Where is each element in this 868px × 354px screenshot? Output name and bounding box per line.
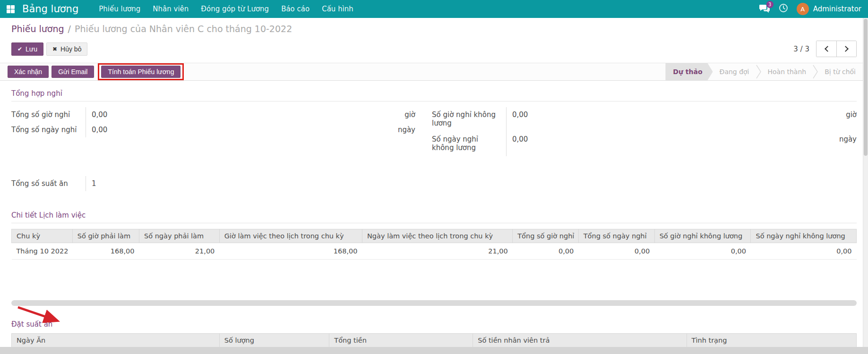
leave-summary-fields: Tổng số giờ nghỉ 0,00 giờ Tổng số ngày n… [11, 107, 857, 156]
field-value[interactable]: 0,00 [512, 135, 528, 143]
form-statusbar: Xác nhận Gửi Email Tính toán Phiếu lương… [0, 63, 868, 81]
table-header-row: Chu kỳ Số giờ phải làm Số ngày phải làm … [12, 229, 857, 243]
work-schedule-table: Chu kỳ Số giờ phải làm Số ngày phải làm … [11, 229, 857, 260]
menu-phieu-luong[interactable]: Phiếu lương [93, 0, 146, 18]
column-header[interactable]: Ngày Ăn [12, 334, 220, 347]
field-total-leave-hours: Tổng số giờ nghỉ 0,00 giờ [11, 107, 415, 122]
field-unit: giờ [404, 110, 415, 119]
breadcrumb: Phiếu lương / Phiếu lương của Nhân viên … [11, 24, 857, 34]
user-avatar: A [797, 3, 809, 15]
field-unpaid-leave-hours: Số giờ nghỉ không lương 0,00 giờ [432, 107, 857, 132]
save-label: Lưu [26, 45, 37, 53]
control-panel: Phiếu lương / Phiếu lương của Nhân viên … [0, 18, 868, 63]
column-header[interactable]: Tổng số giờ nghỉ [513, 229, 578, 243]
vertical-scrollbar-thumb[interactable] [864, 19, 868, 156]
pager-next-button[interactable] [836, 41, 856, 57]
compute-payslip-button[interactable]: Tính toán Phiếu lương [101, 66, 180, 78]
cell-scheduled-days: 21,00 [362, 243, 513, 260]
x-icon: ✖ [52, 46, 57, 52]
breadcrumb-parent-link[interactable]: Phiếu lương [11, 24, 64, 34]
confirm-button[interactable]: Xác nhận [8, 66, 49, 78]
bottom-strip [0, 347, 868, 354]
menu-bao-cao[interactable]: Báo cáo [275, 0, 316, 18]
pager: 3 / 3 [793, 41, 857, 57]
column-header[interactable]: Số ngày nghỉ không lương [751, 229, 857, 243]
table-header-row: Ngày Ăn Số lượng Tổng tiền Số tiền nhân … [12, 334, 857, 347]
send-email-button[interactable]: Gửi Email [52, 66, 94, 78]
field-value[interactable]: 1 [92, 179, 96, 188]
discard-label: Hủy bỏ [60, 45, 81, 53]
messages-button[interactable]: 3 [759, 4, 770, 14]
top-navbar: Bảng lương Phiếu lương Nhân viên Đóng gó… [0, 0, 868, 18]
section-title-leave-summary: Tổng hợp nghỉ [11, 89, 857, 101]
cell-days-due: 21,00 [139, 243, 219, 260]
cell-hours-due: 168,00 [72, 243, 139, 260]
column-header[interactable]: Chu kỳ [12, 229, 73, 243]
field-value[interactable]: 0,00 [92, 110, 107, 119]
apps-grid-square [11, 9, 15, 13]
field-label: Tổng số giờ nghỉ [11, 107, 86, 122]
apps-grid-icon[interactable] [7, 5, 15, 13]
control-panel-buttons: ✔ Lưu ✖ Hủy bỏ 3 / 3 [11, 41, 857, 63]
column-header[interactable]: Tình trạng [687, 334, 856, 347]
check-icon: ✔ [17, 46, 22, 52]
chat-bubbles-icon [759, 7, 770, 16]
column-header[interactable]: Tổng tiền [329, 334, 473, 347]
field-label: Số giờ nghỉ không lương [432, 107, 507, 132]
status-step-du-thao[interactable]: Dự thảo [665, 63, 713, 80]
column-header[interactable]: Số lượng [219, 334, 329, 347]
leave-summary-left-column: Tổng số giờ nghỉ 0,00 giờ Tổng số ngày n… [11, 107, 415, 156]
column-header[interactable]: Số tiền nhân viên trả [473, 334, 687, 347]
form-sheet: Tổng hợp nghỉ Tổng số giờ nghỉ 0,00 giờ … [0, 81, 868, 354]
field-unit: ngày [398, 126, 415, 134]
field-value[interactable]: 0,00 [512, 110, 528, 119]
cell-period: Tháng 10 2022 [12, 243, 73, 260]
vertical-scrollbar[interactable] [863, 18, 868, 354]
red-annotation-box: Tính toán Phiếu lương [98, 63, 184, 80]
user-name: Administrator [813, 5, 861, 13]
cell-total-leave-days: 0,00 [578, 243, 654, 260]
column-header[interactable]: Tổng số ngày nghỉ [578, 229, 654, 243]
column-header[interactable]: Số ngày phải làm [139, 229, 219, 243]
column-header[interactable]: Ngày làm việc theo lịch trong chu kỳ [362, 229, 513, 243]
apps-grid-square [7, 5, 10, 9]
activities-button[interactable] [779, 3, 788, 15]
field-unit: giờ [846, 110, 857, 119]
section-title-meal-orders: Đặt suất ăn [11, 320, 857, 329]
discard-button[interactable]: ✖ Hủy bỏ [46, 42, 87, 56]
status-pipeline: Dự thảo Đang đợi Hoàn thành Bị từ chối [665, 63, 868, 80]
app-window: Bảng lương Phiếu lương Nhân viên Đóng gó… [0, 0, 868, 354]
pager-count: 3 / 3 [793, 45, 809, 53]
breadcrumb-current: Phiếu lương của Nhân viên C cho tháng 10… [75, 24, 292, 34]
pager-previous-button[interactable] [816, 41, 836, 57]
column-header[interactable]: Số giờ phải làm [72, 229, 139, 243]
horizontal-scrollbar[interactable] [11, 300, 857, 306]
status-step-hoan-thanh[interactable]: Hoàn thành [761, 63, 813, 80]
table-row[interactable]: Tháng 10 2022 168,00 21,00 168,00 21,00 … [12, 243, 857, 260]
menu-nhan-vien[interactable]: Nhân viên [146, 0, 195, 18]
cell-scheduled-hours: 168,00 [219, 243, 362, 260]
cell-unpaid-leave-days: 0,00 [751, 243, 857, 260]
leave-summary-right-column: Số giờ nghỉ không lương 0,00 giờ Số ngày… [432, 107, 857, 156]
messages-badge: 3 [766, 1, 773, 8]
column-header[interactable]: Giờ làm việc theo lịch trong chu kỳ [219, 229, 362, 243]
user-menu[interactable]: A Administrator [797, 3, 861, 15]
column-header[interactable]: Số giờ nghỉ không lương [654, 229, 751, 243]
breadcrumb-separator: / [68, 24, 71, 34]
step-chevron-icon [756, 63, 761, 80]
status-step-bi-tu-choi[interactable]: Bị từ chối [818, 63, 862, 80]
save-button[interactable]: ✔ Lưu [11, 42, 43, 56]
pager-controls [816, 41, 857, 57]
app-title[interactable]: Bảng lương [22, 3, 78, 15]
field-label: Tổng số ngày nghỉ [11, 122, 86, 137]
navbar-right: 3 A Administrator [759, 3, 861, 15]
section-title-work-schedule: Chi tiết Lịch làm việc [11, 211, 857, 223]
field-value[interactable]: 0,00 [92, 126, 107, 134]
apps-grid-square [11, 5, 15, 9]
clock-icon [779, 3, 788, 15]
status-step-dang-doi[interactable]: Đang đợi [713, 63, 756, 80]
menu-cau-hinh[interactable]: Cấu hình [316, 0, 360, 18]
field-unpaid-leave-days: Số ngày nghỉ không lương 0,00 ngày [432, 132, 857, 156]
apps-grid-square [7, 9, 10, 13]
menu-dong-gop[interactable]: Đóng góp từ Lương [195, 0, 275, 18]
